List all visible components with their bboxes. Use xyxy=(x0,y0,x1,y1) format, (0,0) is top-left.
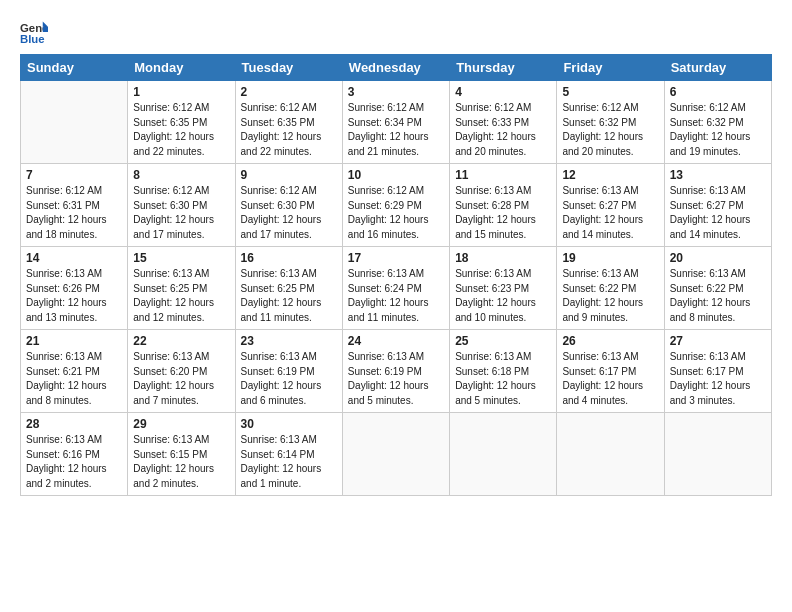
calendar-cell: 21Sunrise: 6:13 AM Sunset: 6:21 PM Dayli… xyxy=(21,330,128,413)
svg-marker-3 xyxy=(43,27,48,32)
day-number: 29 xyxy=(133,417,229,431)
calendar-header-row: SundayMondayTuesdayWednesdayThursdayFrid… xyxy=(21,55,772,81)
calendar-cell: 28Sunrise: 6:13 AM Sunset: 6:16 PM Dayli… xyxy=(21,413,128,496)
calendar-cell xyxy=(21,81,128,164)
day-info: Sunrise: 6:13 AM Sunset: 6:17 PM Dayligh… xyxy=(670,350,766,408)
day-info: Sunrise: 6:13 AM Sunset: 6:15 PM Dayligh… xyxy=(133,433,229,491)
calendar-cell: 8Sunrise: 6:12 AM Sunset: 6:30 PM Daylig… xyxy=(128,164,235,247)
day-info: Sunrise: 6:12 AM Sunset: 6:35 PM Dayligh… xyxy=(133,101,229,159)
calendar-cell: 12Sunrise: 6:13 AM Sunset: 6:27 PM Dayli… xyxy=(557,164,664,247)
col-header-thursday: Thursday xyxy=(450,55,557,81)
day-number: 16 xyxy=(241,251,337,265)
calendar-cell xyxy=(557,413,664,496)
day-number: 8 xyxy=(133,168,229,182)
calendar-cell: 11Sunrise: 6:13 AM Sunset: 6:28 PM Dayli… xyxy=(450,164,557,247)
calendar-cell: 1Sunrise: 6:12 AM Sunset: 6:35 PM Daylig… xyxy=(128,81,235,164)
calendar-cell: 23Sunrise: 6:13 AM Sunset: 6:19 PM Dayli… xyxy=(235,330,342,413)
day-info: Sunrise: 6:13 AM Sunset: 6:22 PM Dayligh… xyxy=(562,267,658,325)
day-number: 27 xyxy=(670,334,766,348)
day-info: Sunrise: 6:12 AM Sunset: 6:29 PM Dayligh… xyxy=(348,184,444,242)
day-info: Sunrise: 6:12 AM Sunset: 6:33 PM Dayligh… xyxy=(455,101,551,159)
day-number: 7 xyxy=(26,168,122,182)
day-info: Sunrise: 6:13 AM Sunset: 6:19 PM Dayligh… xyxy=(241,350,337,408)
svg-text:Blue: Blue xyxy=(20,33,45,45)
day-number: 30 xyxy=(241,417,337,431)
day-number: 23 xyxy=(241,334,337,348)
day-info: Sunrise: 6:13 AM Sunset: 6:18 PM Dayligh… xyxy=(455,350,551,408)
calendar-cell: 30Sunrise: 6:13 AM Sunset: 6:14 PM Dayli… xyxy=(235,413,342,496)
header: General Blue xyxy=(20,18,772,46)
logo: General Blue xyxy=(20,18,54,46)
calendar-week-2: 7Sunrise: 6:12 AM Sunset: 6:31 PM Daylig… xyxy=(21,164,772,247)
day-info: Sunrise: 6:12 AM Sunset: 6:32 PM Dayligh… xyxy=(670,101,766,159)
day-number: 9 xyxy=(241,168,337,182)
day-info: Sunrise: 6:13 AM Sunset: 6:26 PM Dayligh… xyxy=(26,267,122,325)
day-number: 24 xyxy=(348,334,444,348)
day-info: Sunrise: 6:13 AM Sunset: 6:28 PM Dayligh… xyxy=(455,184,551,242)
calendar-week-3: 14Sunrise: 6:13 AM Sunset: 6:26 PM Dayli… xyxy=(21,247,772,330)
day-info: Sunrise: 6:13 AM Sunset: 6:27 PM Dayligh… xyxy=(670,184,766,242)
logo-icon: General Blue xyxy=(20,18,48,46)
calendar-cell: 22Sunrise: 6:13 AM Sunset: 6:20 PM Dayli… xyxy=(128,330,235,413)
day-info: Sunrise: 6:13 AM Sunset: 6:14 PM Dayligh… xyxy=(241,433,337,491)
day-number: 20 xyxy=(670,251,766,265)
day-info: Sunrise: 6:13 AM Sunset: 6:22 PM Dayligh… xyxy=(670,267,766,325)
calendar-cell: 26Sunrise: 6:13 AM Sunset: 6:17 PM Dayli… xyxy=(557,330,664,413)
calendar-cell: 24Sunrise: 6:13 AM Sunset: 6:19 PM Dayli… xyxy=(342,330,449,413)
col-header-tuesday: Tuesday xyxy=(235,55,342,81)
col-header-wednesday: Wednesday xyxy=(342,55,449,81)
day-info: Sunrise: 6:13 AM Sunset: 6:23 PM Dayligh… xyxy=(455,267,551,325)
calendar-cell: 3Sunrise: 6:12 AM Sunset: 6:34 PM Daylig… xyxy=(342,81,449,164)
calendar-cell: 29Sunrise: 6:13 AM Sunset: 6:15 PM Dayli… xyxy=(128,413,235,496)
day-info: Sunrise: 6:12 AM Sunset: 6:34 PM Dayligh… xyxy=(348,101,444,159)
day-info: Sunrise: 6:13 AM Sunset: 6:25 PM Dayligh… xyxy=(133,267,229,325)
calendar-cell: 7Sunrise: 6:12 AM Sunset: 6:31 PM Daylig… xyxy=(21,164,128,247)
day-number: 1 xyxy=(133,85,229,99)
day-info: Sunrise: 6:13 AM Sunset: 6:21 PM Dayligh… xyxy=(26,350,122,408)
day-number: 21 xyxy=(26,334,122,348)
day-number: 4 xyxy=(455,85,551,99)
day-number: 10 xyxy=(348,168,444,182)
calendar-cell: 13Sunrise: 6:13 AM Sunset: 6:27 PM Dayli… xyxy=(664,164,771,247)
calendar-week-5: 28Sunrise: 6:13 AM Sunset: 6:16 PM Dayli… xyxy=(21,413,772,496)
day-number: 19 xyxy=(562,251,658,265)
day-info: Sunrise: 6:13 AM Sunset: 6:16 PM Dayligh… xyxy=(26,433,122,491)
col-header-sunday: Sunday xyxy=(21,55,128,81)
calendar-cell: 20Sunrise: 6:13 AM Sunset: 6:22 PM Dayli… xyxy=(664,247,771,330)
calendar-cell: 15Sunrise: 6:13 AM Sunset: 6:25 PM Dayli… xyxy=(128,247,235,330)
day-number: 11 xyxy=(455,168,551,182)
calendar-cell: 9Sunrise: 6:12 AM Sunset: 6:30 PM Daylig… xyxy=(235,164,342,247)
day-number: 13 xyxy=(670,168,766,182)
day-info: Sunrise: 6:13 AM Sunset: 6:20 PM Dayligh… xyxy=(133,350,229,408)
day-number: 18 xyxy=(455,251,551,265)
calendar-cell: 5Sunrise: 6:12 AM Sunset: 6:32 PM Daylig… xyxy=(557,81,664,164)
calendar-cell: 17Sunrise: 6:13 AM Sunset: 6:24 PM Dayli… xyxy=(342,247,449,330)
calendar-cell xyxy=(450,413,557,496)
calendar: SundayMondayTuesdayWednesdayThursdayFrid… xyxy=(20,54,772,496)
day-info: Sunrise: 6:12 AM Sunset: 6:32 PM Dayligh… xyxy=(562,101,658,159)
page: General Blue SundayMondayTuesdayWednesda… xyxy=(0,0,792,612)
day-info: Sunrise: 6:12 AM Sunset: 6:35 PM Dayligh… xyxy=(241,101,337,159)
day-number: 3 xyxy=(348,85,444,99)
calendar-cell: 10Sunrise: 6:12 AM Sunset: 6:29 PM Dayli… xyxy=(342,164,449,247)
calendar-week-1: 1Sunrise: 6:12 AM Sunset: 6:35 PM Daylig… xyxy=(21,81,772,164)
day-number: 25 xyxy=(455,334,551,348)
day-info: Sunrise: 6:13 AM Sunset: 6:19 PM Dayligh… xyxy=(348,350,444,408)
col-header-friday: Friday xyxy=(557,55,664,81)
day-number: 26 xyxy=(562,334,658,348)
calendar-cell: 25Sunrise: 6:13 AM Sunset: 6:18 PM Dayli… xyxy=(450,330,557,413)
calendar-week-4: 21Sunrise: 6:13 AM Sunset: 6:21 PM Dayli… xyxy=(21,330,772,413)
day-info: Sunrise: 6:12 AM Sunset: 6:31 PM Dayligh… xyxy=(26,184,122,242)
day-info: Sunrise: 6:13 AM Sunset: 6:24 PM Dayligh… xyxy=(348,267,444,325)
calendar-cell xyxy=(664,413,771,496)
day-info: Sunrise: 6:13 AM Sunset: 6:25 PM Dayligh… xyxy=(241,267,337,325)
day-number: 15 xyxy=(133,251,229,265)
col-header-monday: Monday xyxy=(128,55,235,81)
day-number: 17 xyxy=(348,251,444,265)
day-number: 5 xyxy=(562,85,658,99)
calendar-cell: 14Sunrise: 6:13 AM Sunset: 6:26 PM Dayli… xyxy=(21,247,128,330)
calendar-cell: 6Sunrise: 6:12 AM Sunset: 6:32 PM Daylig… xyxy=(664,81,771,164)
calendar-cell: 18Sunrise: 6:13 AM Sunset: 6:23 PM Dayli… xyxy=(450,247,557,330)
day-number: 6 xyxy=(670,85,766,99)
day-info: Sunrise: 6:12 AM Sunset: 6:30 PM Dayligh… xyxy=(241,184,337,242)
